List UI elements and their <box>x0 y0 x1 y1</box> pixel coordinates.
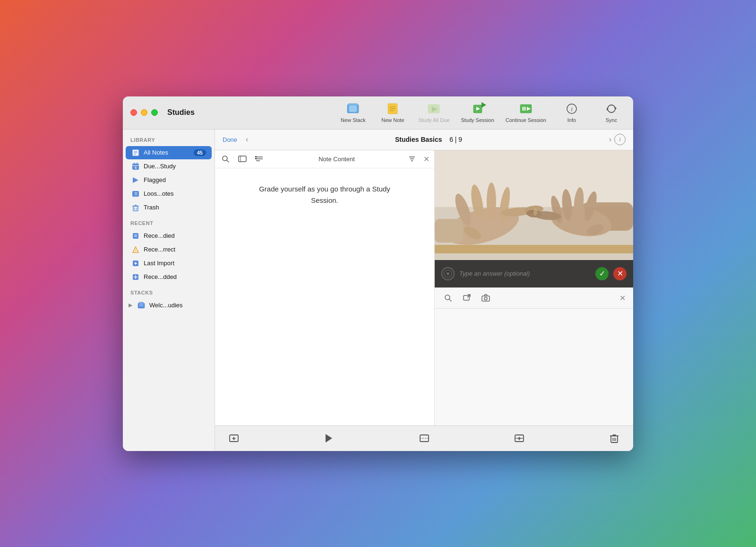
expand-note-icon[interactable] <box>237 153 248 165</box>
sidebar-item-recent-dded[interactable]: Rece...dded <box>126 270 212 284</box>
note-text: Grade yourself as you go through a Study… <box>249 183 400 206</box>
add-card-button[interactable] <box>226 431 241 446</box>
svg-text:!: ! <box>135 248 137 252</box>
titlebar: Studies New Stack <box>123 96 633 130</box>
answer-panel: Type an answer (optional) ✓ ✕ <box>435 150 633 425</box>
sidebar-item-welc-udies[interactable]: ▶ Welc...udies <box>126 299 212 312</box>
welc-udies-label: Welc...udies <box>149 302 206 309</box>
nav-back-arrow[interactable]: ‹ <box>243 135 251 144</box>
sidebar-item-flagged[interactable]: Flagged <box>126 174 212 187</box>
all-notes-badge: 45 <box>194 149 206 156</box>
add-side-button[interactable] <box>512 431 527 446</box>
app-window: Studies New Stack <box>123 96 633 451</box>
answer-input[interactable]: Type an answer (optional) <box>459 270 591 277</box>
svg-rect-32 <box>133 206 138 211</box>
new-stack-label: New Stack <box>341 117 366 123</box>
study-all-due-label: Study All Due <box>418 117 449 123</box>
study-session-button[interactable]: Study Session <box>461 102 494 123</box>
svg-rect-59 <box>255 158 257 159</box>
sidebar-item-trash[interactable]: Trash <box>126 201 212 214</box>
svg-rect-26 <box>137 163 137 165</box>
app-title: Studies <box>167 108 195 117</box>
recent-died-label: Rece...died <box>144 232 206 239</box>
last-import-icon <box>131 259 140 268</box>
svg-point-68 <box>487 182 496 220</box>
stack-chevron-icon: ▶ <box>129 302 132 308</box>
sync-icon <box>604 102 619 115</box>
new-note-button[interactable]: New Note <box>378 102 407 123</box>
trash-icon <box>131 203 140 212</box>
sync-label: Sync <box>606 117 617 123</box>
traffic-lights <box>130 109 158 116</box>
svg-rect-84 <box>435 245 633 253</box>
nav-info-button[interactable]: i <box>614 134 626 145</box>
study-all-due-button[interactable]: Study All Due <box>418 102 449 123</box>
svg-text:i: i <box>571 105 573 113</box>
sidebar-item-all-notes[interactable]: All Notes 45 <box>126 146 212 159</box>
bottom-toolbar <box>215 425 633 451</box>
minimize-button[interactable] <box>141 109 147 116</box>
note-body: Grade yourself as you go through a Study… <box>215 168 434 425</box>
svg-rect-2 <box>349 105 357 112</box>
info-button[interactable]: i Info <box>558 102 586 123</box>
svg-text:☰: ☰ <box>134 192 137 196</box>
search-answer-icon[interactable] <box>442 292 454 304</box>
recent-rrect-icon: ! <box>131 245 140 254</box>
svg-rect-73 <box>435 219 463 243</box>
continue-session-icon <box>518 102 533 115</box>
new-stack-button[interactable]: New Stack <box>339 102 367 123</box>
svg-marker-18 <box>615 107 617 110</box>
note-panel: Note Content ✕ Grade yourself as you go … <box>215 150 435 425</box>
note-close-button[interactable]: ✕ <box>423 155 430 164</box>
svg-marker-11 <box>481 102 486 108</box>
play-button[interactable] <box>321 431 336 446</box>
nav-forward-arrow[interactable]: › <box>606 135 614 144</box>
study-all-due-icon <box>426 102 441 115</box>
flip-card-button[interactable] <box>417 431 432 446</box>
svg-line-88 <box>449 299 451 301</box>
new-note-icon <box>385 102 400 115</box>
all-notes-label: All Notes <box>144 149 190 156</box>
svg-rect-53 <box>239 156 246 162</box>
svg-line-52 <box>227 160 229 162</box>
answer-close-button[interactable]: ✕ <box>619 294 626 303</box>
content-area: LIBRARY All Notes 45 <box>123 130 633 451</box>
trash-label: Trash <box>144 204 206 211</box>
sidebar-item-loose-notes[interactable]: ☰ Loos...otes <box>126 187 212 200</box>
continue-session-button[interactable]: Continue Session <box>506 102 546 123</box>
library-label: LIBRARY <box>123 137 215 146</box>
recent-label: RECENT <box>123 220 215 229</box>
study-session-label: Study Session <box>461 117 494 123</box>
list-note-icon[interactable] <box>254 153 265 165</box>
study-session-icon <box>470 102 485 115</box>
done-button[interactable]: Done <box>223 136 237 143</box>
fullscreen-button[interactable] <box>151 109 158 116</box>
recent-dded-label: Rece...dded <box>144 273 206 280</box>
loading-indicator <box>441 267 455 280</box>
popout-answer-icon[interactable] <box>461 292 472 304</box>
svg-point-92 <box>484 297 487 300</box>
sidebar-item-recent-rrect[interactable]: ! Rece...rrect <box>126 243 212 256</box>
svg-marker-96 <box>326 434 332 443</box>
grade-incorrect-button[interactable]: ✕ <box>613 267 627 280</box>
loose-notes-icon: ☰ <box>131 190 140 198</box>
search-note-icon[interactable] <box>220 153 231 165</box>
sidebar-item-recent-died[interactable]: Rece...died <box>126 229 212 243</box>
sync-button[interactable]: Sync <box>597 102 626 123</box>
recent-rrect-label: Rece...rrect <box>144 246 206 253</box>
stacks-label: STACKS <box>123 290 215 298</box>
study-area: Note Content ✕ Grade yourself as you go … <box>215 150 633 425</box>
camera-answer-icon[interactable] <box>480 292 491 304</box>
sidebar-item-last-import[interactable]: Last Import <box>126 257 212 270</box>
svg-rect-50 <box>139 302 144 307</box>
delete-card-button[interactable] <box>607 431 622 446</box>
new-stack-icon <box>345 102 361 115</box>
close-button[interactable] <box>130 109 137 116</box>
grade-correct-button[interactable]: ✓ <box>595 267 609 280</box>
loose-notes-label: Loos...otes <box>144 190 206 197</box>
sidebar-item-due-study[interactable]: S Due...Study <box>126 160 212 173</box>
svg-line-90 <box>467 295 470 297</box>
answer-toolbar: ✕ <box>435 287 633 308</box>
note-sort-icon[interactable] <box>408 155 416 163</box>
new-note-label: New Note <box>381 117 404 123</box>
